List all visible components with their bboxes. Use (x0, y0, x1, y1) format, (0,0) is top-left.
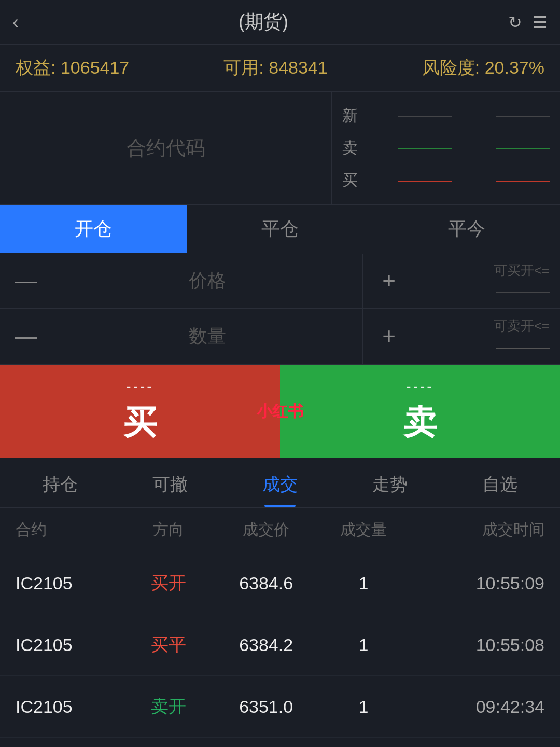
price-placeholder: 价格 (189, 268, 226, 294)
quote-dashes-buy-left: ———— (363, 172, 487, 188)
quote-label-new: 新 (342, 105, 363, 127)
quote-dashes-new-right: ———— (487, 108, 550, 124)
price-buy-limit-value: ———— (425, 284, 550, 300)
tab-watchlist[interactable]: 自选 (445, 458, 555, 507)
table-row: IC2105 买开 6384.6 1 10:55:09 (0, 552, 560, 614)
quote-dashes-new-left: ———— (363, 108, 487, 124)
minus-icon: — (15, 268, 37, 294)
trade-tabs: 开仓 平仓 平今 (0, 205, 560, 253)
tab-cancellable[interactable]: 可撤 (115, 458, 225, 507)
td-volume-0: 1 (322, 573, 405, 593)
td-price-2: 6351.0 (211, 697, 322, 717)
refresh-icon[interactable]: ↻ (508, 12, 522, 32)
td-direction-0: 买开 (127, 571, 211, 595)
quantity-plus-button[interactable]: + (363, 309, 415, 364)
plus-icon: + (382, 268, 396, 294)
menu-icon[interactable]: ☰ (533, 12, 548, 32)
tab-trades[interactable]: 成交 (225, 458, 335, 507)
quote-label-buy: 买 (342, 170, 363, 191)
bottom-tabs: 持仓 可撤 成交 走势 自选 (0, 458, 560, 508)
tab-open-position[interactable]: 开仓 (0, 205, 187, 253)
td-volume-2: 1 (322, 697, 405, 717)
contract-code-area[interactable]: 合约代码 (0, 92, 332, 204)
quote-row-sell: 卖 ———— ———— (342, 132, 550, 164)
td-time-0: 10:55:09 (405, 573, 544, 593)
tab-close-today[interactable]: 平今 (373, 205, 560, 253)
trade-buttons: ---- 买 ---- 卖 小红书 (0, 365, 560, 458)
quantity-field[interactable]: 数量 (52, 309, 363, 364)
table-header: 合约 方向 成交价 成交量 成交时间 (0, 508, 560, 552)
contract-code-placeholder: 合约代码 (127, 135, 205, 161)
th-volume: 成交量 (322, 519, 405, 541)
th-time: 成交时间 (405, 519, 544, 541)
td-contract-0: IC2105 (16, 573, 127, 593)
table-row: IC2105 卖开 6351.0 1 09:42:34 (0, 676, 560, 738)
quantity-minus-button[interactable]: — (0, 309, 52, 364)
quantity-right-info: 可卖开<= ———— (415, 309, 560, 364)
plus-icon-qty: + (382, 323, 396, 349)
quote-row-new: 新 ———— ———— (342, 100, 550, 132)
price-input-row: — 价格 + 可买开<= ———— (0, 253, 560, 309)
td-price-0: 6384.6 (211, 573, 322, 593)
price-buy-limit-label: 可买开<= (425, 261, 550, 280)
td-time-2: 09:42:34 (405, 697, 544, 717)
buy-dashes: ---- (126, 378, 153, 395)
contract-section: 合约代码 新 ———— ———— 卖 ———— ———— 买 ———— ———— (0, 92, 560, 205)
tab-trend[interactable]: 走势 (335, 458, 445, 507)
available-info: 可用: 848341 (223, 56, 327, 80)
back-button[interactable]: ‹ (12, 11, 19, 33)
quantity-sell-limit-label: 可卖开<= (425, 317, 550, 335)
risk-info: 风险度: 20.37% (422, 56, 544, 80)
minus-icon-qty: — (15, 323, 37, 349)
header-title: (期货) (19, 9, 508, 35)
td-volume-1: 1 (322, 635, 405, 655)
tab-close-position[interactable]: 平仓 (187, 205, 373, 253)
th-direction: 方向 (127, 519, 211, 541)
quote-dashes-sell-right: ———— (487, 140, 550, 156)
quantity-input-row: — 数量 + 可卖开<= ———— (0, 309, 560, 364)
th-contract: 合约 (16, 519, 127, 541)
quote-dashes-sell-left: ———— (363, 140, 487, 156)
price-minus-button[interactable]: — (0, 253, 52, 308)
sell-label: 卖 (403, 400, 437, 445)
quantity-sell-limit-value: ———— (425, 339, 550, 355)
quantity-placeholder: 数量 (189, 324, 226, 349)
quote-dashes-buy-right: ———— (487, 172, 550, 188)
equity-info: 权益: 1065417 (16, 56, 129, 80)
td-contract-2: IC2105 (16, 697, 127, 717)
sell-dashes: ---- (406, 378, 433, 395)
buy-button[interactable]: ---- 买 (0, 365, 280, 458)
sell-button[interactable]: ---- 卖 (280, 365, 560, 458)
trade-table-body: IC2105 买开 6384.6 1 10:55:09 IC2105 买平 63… (0, 552, 560, 738)
price-right-info: 可买开<= ———— (415, 253, 560, 308)
td-time-1: 10:55:08 (405, 635, 544, 655)
header-bar: ‹ (期货) ↻ ☰ (0, 0, 560, 45)
quotes-panel: 新 ———— ———— 卖 ———— ———— 买 ———— ———— (332, 92, 560, 204)
td-direction-2: 卖开 (127, 695, 211, 718)
quote-label-sell: 卖 (342, 137, 363, 159)
price-field[interactable]: 价格 (52, 254, 363, 308)
th-price: 成交价 (211, 519, 322, 541)
header-icons: ↻ ☰ (508, 12, 548, 32)
td-price-1: 6384.2 (211, 635, 322, 655)
td-direction-1: 买平 (127, 633, 211, 657)
buy-label: 买 (123, 400, 157, 445)
input-section: — 价格 + 可买开<= ———— — 数量 + (0, 253, 560, 365)
td-contract-1: IC2105 (16, 635, 127, 655)
table-row: IC2105 买平 6384.2 1 10:55:08 (0, 614, 560, 676)
price-plus-button[interactable]: + (363, 253, 415, 308)
tab-positions[interactable]: 持仓 (5, 458, 115, 507)
quote-row-buy: 买 ———— ———— (342, 164, 550, 196)
account-bar: 权益: 1065417 可用: 848341 风险度: 20.37% (0, 45, 560, 92)
